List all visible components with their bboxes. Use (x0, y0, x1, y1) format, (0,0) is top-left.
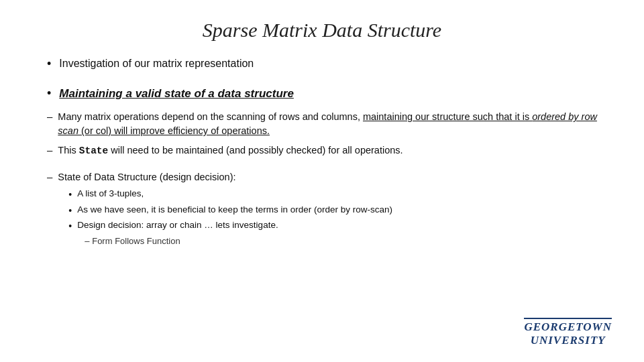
dash-3: – (47, 171, 52, 182)
logo-name-1: GEORGETOWN (524, 320, 612, 334)
sub-sub-bullet-1: • A list of 3-tuples, (68, 188, 392, 201)
bullet-2: • Maintaining a valid state of a data st… (47, 86, 604, 102)
dash-1: – (47, 111, 52, 122)
bullet-2-text: Maintaining a valid state of a data stru… (59, 86, 294, 102)
slide-container: Sparse Matrix Data Structure • Investiga… (0, 0, 644, 362)
georgetown-logo: GEORGETOWN UNIVERSITY (524, 318, 612, 347)
sub-bullet-3: – State of Data Structure (design decisi… (47, 170, 604, 248)
sub-sub-bullet-2: • As we have seen, it is beneficial to k… (68, 204, 392, 217)
logo-line (524, 318, 612, 319)
form-follows-function: – Form Follows Function (68, 235, 392, 248)
slide-title: Sparse Matrix Data Structure (40, 19, 604, 42)
sub-bullets: – Many matrix operations depend on the s… (47, 110, 604, 248)
sub-sub-dot-2: • (68, 204, 72, 217)
sub-sub-text-2: As we have seen, it is beneficial to kee… (77, 204, 392, 217)
state-bold: State (79, 145, 109, 156)
sub-text-3: State of Data Structure (design decision… (58, 170, 392, 248)
bullet-dot-1: • (47, 57, 51, 71)
dash-2: – (47, 144, 52, 156)
sub-sub-dot-1: • (68, 188, 72, 201)
logo-name-2: UNIVERSITY (524, 334, 612, 347)
sub-bullet-1: – Many matrix operations depend on the s… (47, 110, 604, 138)
bullet-dot-2: • (47, 86, 51, 101)
sub-sub-dot-3: • (68, 219, 72, 233)
sub-text-2: This State will need to be maintained (a… (58, 143, 402, 158)
sub-sub-text-3: Design decision: array or chain … lets i… (77, 219, 278, 232)
sub-sub-bullets: • A list of 3-tuples, • As we have seen,… (58, 188, 392, 248)
sub-text-1: Many matrix operations depend on the sca… (58, 110, 604, 138)
content-area: • Investigation of our matrix representa… (40, 56, 604, 248)
sub-sub-text-1: A list of 3-tuples, (77, 188, 144, 200)
sub-sub-bullet-3: • Design decision: array or chain … lets… (68, 219, 392, 233)
sub-bullet-2: – This State will need to be maintained … (47, 143, 604, 158)
sub3-label: State of Data Structure (design decision… (58, 172, 235, 182)
bullet-1-text: Investigation of our matrix representati… (59, 56, 254, 71)
bullet-1: • Investigation of our matrix representa… (47, 56, 604, 71)
